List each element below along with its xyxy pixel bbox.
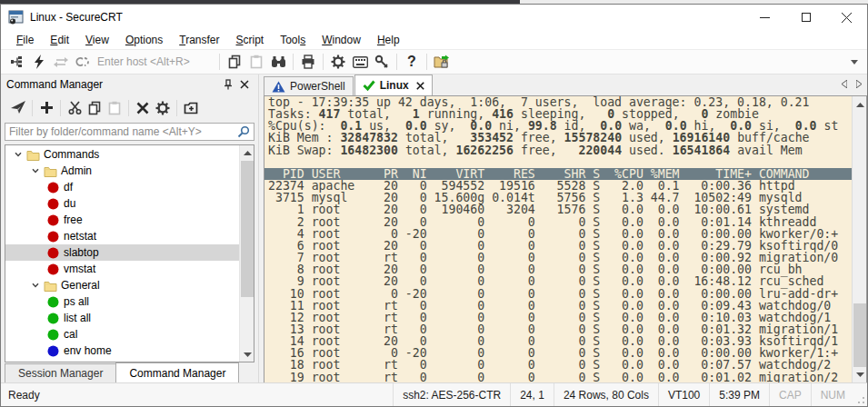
window-title: Linux - SecureCRT xyxy=(30,11,123,24)
command-bullet-icon xyxy=(45,362,61,363)
command-manager-panel: Command Manager xyxy=(1,74,259,382)
print-icon[interactable] xyxy=(297,52,319,72)
terminal-scroll-thumb[interactable] xyxy=(853,303,866,367)
status-bar: Ready ssh2: AES-256-CTR24, 124 Rows, 80 … xyxy=(1,382,867,406)
command-bullet-icon xyxy=(45,231,61,243)
tree-scroll-thumb[interactable] xyxy=(241,161,254,297)
filter-input[interactable] xyxy=(9,125,237,138)
quick-connect-icon[interactable] xyxy=(28,52,50,72)
tree-item-label: Admin xyxy=(58,164,92,177)
disconnected-warning-icon xyxy=(272,81,285,93)
menu-window[interactable]: Window xyxy=(314,32,369,48)
panel-close-icon[interactable] xyxy=(236,76,253,93)
terminal-scrollbar[interactable] xyxy=(852,96,866,382)
maximize-button[interactable] xyxy=(785,5,826,30)
chevron-down-icon[interactable] xyxy=(28,166,43,175)
command-options-gear-icon[interactable] xyxy=(153,98,173,118)
command-bullet-icon xyxy=(45,313,61,324)
menu-edit[interactable]: Edit xyxy=(42,32,77,48)
close-button[interactable] xyxy=(826,5,867,30)
tree-item-cal[interactable]: cal xyxy=(5,326,239,342)
chevron-down-icon[interactable] xyxy=(11,150,25,159)
find-icon[interactable] xyxy=(267,52,289,72)
session-manager-icon[interactable] xyxy=(6,52,28,72)
tree-item-label: du xyxy=(61,197,75,210)
tree-item-vmstat[interactable]: vmstat xyxy=(5,261,239,277)
pin-icon[interactable] xyxy=(220,76,236,93)
session-tab-powershell[interactable]: PowerShell xyxy=(264,76,354,95)
tab-command-manager[interactable]: Command Manager xyxy=(115,362,239,382)
copy-icon[interactable] xyxy=(224,52,245,72)
status-cell-5-39-pm: 5:39 PM xyxy=(709,383,769,406)
tree-item-label: free xyxy=(61,213,83,226)
menu-transfer[interactable]: Transfer xyxy=(171,32,227,48)
menu-tools[interactable]: Tools xyxy=(272,32,314,48)
chevron-down-icon[interactable] xyxy=(28,281,43,290)
paste-command-icon[interactable] xyxy=(105,98,125,118)
tree-item-ps-all[interactable]: ps all xyxy=(5,293,239,310)
menu-options[interactable]: Options xyxy=(117,32,171,48)
add-command-icon[interactable] xyxy=(36,98,56,118)
copy-command-icon[interactable] xyxy=(85,98,105,118)
panel-title: Command Manager xyxy=(6,78,220,91)
scroll-up-icon[interactable] xyxy=(240,145,254,160)
toolbar-overflow-arrow[interactable] xyxy=(847,60,862,65)
scroll-down-icon[interactable] xyxy=(853,367,867,382)
status-cell-vt100: VT100 xyxy=(658,383,709,406)
options-gear-icon[interactable] xyxy=(327,52,349,72)
tree-item-df[interactable]: df xyxy=(5,179,239,195)
tree-item-Commands[interactable]: Commands xyxy=(5,146,239,163)
terminal-content[interactable]: top - 17:39:35 up 42 days, 1:06, 7 users… xyxy=(264,96,852,382)
toolbar-separator xyxy=(396,54,397,70)
menu-script[interactable]: Script xyxy=(228,32,273,48)
terminal-blank-line xyxy=(264,156,852,168)
delete-command-icon[interactable] xyxy=(133,98,153,118)
terminal[interactable]: top - 17:39:35 up 42 days, 1:06, 7 users… xyxy=(264,95,867,382)
status-cell-num: NUM xyxy=(811,383,854,406)
main-area: Command Manager xyxy=(1,74,867,382)
tree-item-netstat[interactable]: netstat xyxy=(5,228,239,244)
menu-view[interactable]: View xyxy=(77,32,117,48)
folder-icon xyxy=(43,280,58,292)
tree-item-free[interactable]: free xyxy=(5,212,239,228)
menu-help[interactable]: Help xyxy=(369,32,408,48)
help-icon[interactable]: ? xyxy=(401,52,423,72)
process-row: 18 root rt 0 0 0 0 S 0.0 0.0 0:07.57 wat… xyxy=(264,359,852,371)
tree-item-General[interactable]: General xyxy=(5,277,239,293)
tab-scroll-right-icon[interactable] xyxy=(856,78,862,91)
status-cell-ssh2-aes-256-ctr: ssh2: AES-256-CTR xyxy=(393,383,510,406)
reconnect-icon[interactable] xyxy=(50,52,72,72)
scroll-down-icon[interactable] xyxy=(240,347,254,362)
tree-item-slabtop[interactable]: slabtop xyxy=(5,244,239,261)
command-bullet-icon xyxy=(45,182,61,194)
toolbar-separator xyxy=(293,54,294,70)
tab-scroll-left-icon[interactable] xyxy=(842,78,847,91)
tab-session-manager[interactable]: Session Manager xyxy=(5,363,116,382)
cut-icon[interactable] xyxy=(65,98,85,118)
tab-close-icon[interactable] xyxy=(416,82,424,90)
tree-item-list-all[interactable]: list all xyxy=(5,310,239,326)
tree-item-label: netstat xyxy=(61,230,96,243)
key-icon[interactable] xyxy=(371,52,393,72)
status-ready: Ready xyxy=(1,383,393,406)
session-options-icon[interactable] xyxy=(431,52,453,72)
tree-item-Admin[interactable]: Admin xyxy=(5,163,239,179)
session-tab-linux[interactable]: Linux xyxy=(354,74,433,95)
minimize-button[interactable] xyxy=(744,5,785,30)
resize-grip[interactable] xyxy=(854,383,867,406)
tree-scrollbar[interactable] xyxy=(239,145,254,362)
host-input[interactable] xyxy=(97,55,215,68)
send-command-icon[interactable] xyxy=(8,98,28,118)
securecrt-window: Linux - SecureCRT FileEditViewOptionsTra… xyxy=(0,4,868,407)
command-bullet-icon xyxy=(45,214,61,226)
filter-area xyxy=(1,121,258,144)
new-folder-icon[interactable] xyxy=(181,98,201,118)
tree-item-du[interactable]: du xyxy=(5,195,239,212)
search-icon[interactable] xyxy=(237,125,250,138)
disconnect-icon[interactable] xyxy=(72,52,94,72)
paste-icon[interactable] xyxy=(245,52,267,72)
tree-item-env-home[interactable]: env home xyxy=(5,342,239,359)
menu-file[interactable]: File xyxy=(8,32,42,48)
keymap-icon[interactable] xyxy=(349,52,371,72)
scroll-up-icon[interactable] xyxy=(853,97,867,112)
